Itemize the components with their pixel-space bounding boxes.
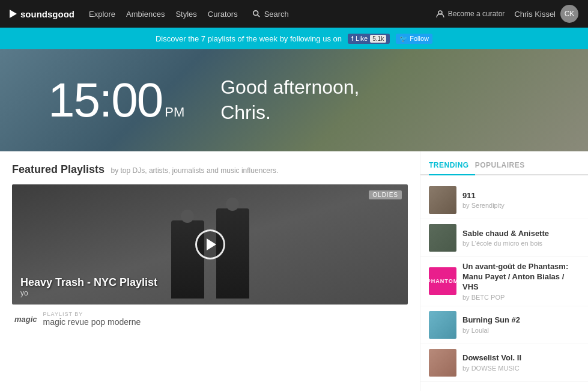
- search-icon: [252, 10, 261, 18]
- tw-icon: 🐦: [399, 35, 408, 42]
- oldies-badge: OLDIES: [369, 190, 402, 199]
- trending-title: Un avant-goût de Phantasm: Manu Payet / …: [462, 262, 580, 292]
- svg-line-1: [257, 15, 259, 17]
- navbar: soundsgood Explore Ambiences Styles Cura…: [0, 0, 588, 28]
- trending-title: Burning Sun #2: [462, 315, 580, 326]
- trending-thumb: [429, 311, 456, 339]
- trending-info: Un avant-goût de Phantasm: Manu Payet / …: [462, 262, 580, 301]
- trending-info: Burning Sun #2by Loulal: [462, 315, 580, 334]
- curator-brand-logo: magic: [14, 315, 37, 324]
- hero-greeting-wrapper: Good afternoon, Chris.: [220, 75, 359, 125]
- trending-info: Dowselist Vol. IIby DOWSE MUSIC: [462, 353, 580, 372]
- hero-greeting-line1: Good afternoon,: [220, 75, 359, 100]
- nav-styles[interactable]: Styles: [175, 10, 196, 19]
- logo-text: soundsgood: [20, 9, 74, 19]
- featured-caption: Heavy Trash - NYC Playlist yo: [20, 276, 157, 297]
- trending-item[interactable]: Burning Sun #2by Loulal: [420, 306, 588, 344]
- logo-play-icon: [10, 10, 17, 18]
- featured-playlist-title: Heavy Trash - NYC Playlist: [20, 276, 157, 289]
- trending-thumb: [429, 349, 456, 377]
- facebook-like-button[interactable]: f Like 5.1k: [348, 34, 390, 44]
- featured-title: Featured Playlists: [12, 163, 105, 175]
- trending-artist: by Serendipity: [462, 202, 580, 209]
- hero-greeting: Good afternoon, Chris.: [220, 75, 359, 125]
- twitter-follow-button[interactable]: 🐦 Follow: [396, 34, 432, 44]
- user-menu[interactable]: Chris Kissel CK: [514, 5, 578, 23]
- tab-populaires[interactable]: POPULAIRES: [475, 159, 531, 174]
- nav-curators[interactable]: Curators: [208, 10, 238, 19]
- trending-item[interactable]: PHANTOMUn avant-goût de Phantasm: Manu P…: [420, 257, 588, 306]
- become-curator-label: Become a curator: [448, 10, 505, 18]
- nav-ambiences[interactable]: Ambiences: [126, 10, 165, 19]
- playlist-by-row: magic PLAYLIST BY magic revue pop modern…: [12, 312, 408, 327]
- curator-icon: [436, 10, 444, 18]
- hero-time-wrapper: 15:00 PM: [48, 76, 184, 124]
- trending-item[interactable]: Dowselist Vol. IIby DOWSE MUSIC: [420, 344, 588, 382]
- promo-banner: Discover the 7 playlists of the week by …: [0, 28, 588, 49]
- featured-subtitle: by top DJs, artists, journalists and mus…: [111, 166, 279, 175]
- hero-time-suffix: PM: [165, 105, 184, 120]
- hero-greeting-line2: Chris.: [220, 100, 359, 126]
- playlist-by-label: PLAYLIST BY: [43, 312, 141, 317]
- tw-follow-label: Follow: [410, 35, 429, 42]
- banner-text: Discover the 7 playlists of the week by …: [156, 34, 342, 43]
- right-panel: TRENDING POPULAIRES 911by SerendipitySab…: [420, 151, 588, 391]
- become-curator-button[interactable]: Become a curator: [436, 10, 505, 18]
- featured-playlist-sub: yo: [20, 289, 157, 297]
- playlist-by-text: PLAYLIST BY magic revue pop moderne: [43, 312, 141, 327]
- trending-artist: by L'école du micro en bois: [462, 240, 580, 247]
- fb-like-label: Like: [356, 35, 368, 42]
- featured-header: Featured Playlists by top DJs, artists, …: [12, 163, 408, 176]
- nav-links: Explore Ambiences Styles Curators: [89, 8, 238, 19]
- trending-thumb: PHANTOM: [429, 267, 456, 295]
- curator-name: magic revue pop moderne: [43, 317, 141, 327]
- search-label: Search: [264, 10, 289, 19]
- fb-icon: f: [351, 35, 353, 42]
- hero-section: 15:00 PM Good afternoon, Chris.: [0, 49, 588, 151]
- figure-person-1: [171, 220, 204, 299]
- trending-artist: by BETC POP: [462, 294, 580, 301]
- trending-list: 911by SerendipitySable chaud & Anisetteb…: [420, 181, 588, 382]
- user-name: Chris Kissel: [514, 10, 556, 19]
- logo[interactable]: soundsgood: [10, 9, 74, 19]
- fb-count: 5.1k: [370, 35, 386, 43]
- nav-explore[interactable]: Explore: [89, 10, 115, 19]
- trending-info: 911by Serendipity: [462, 191, 580, 210]
- hero-time: 15:00: [48, 76, 162, 124]
- play-icon: [207, 238, 216, 250]
- trending-item[interactable]: Sable chaud & Anisetteby L'école du micr…: [420, 219, 588, 257]
- trending-title: Dowselist Vol. II: [462, 353, 580, 363]
- trending-thumb: [429, 224, 456, 252]
- trending-title: Sable chaud & Anisette: [462, 229, 580, 239]
- trending-item[interactable]: 911by Serendipity: [420, 181, 588, 219]
- avatar: CK: [560, 5, 578, 23]
- trending-info: Sable chaud & Anisetteby L'école du micr…: [462, 229, 580, 247]
- trending-thumb: [429, 186, 456, 214]
- tab-trending[interactable]: TRENDING: [429, 159, 475, 175]
- trending-artist: by DOWSE MUSIC: [462, 365, 580, 372]
- left-panel: Featured Playlists by top DJs, artists, …: [0, 151, 420, 391]
- nav-right: Become a curator Chris Kissel CK: [436, 5, 578, 23]
- trending-list-wrapper: 911by SerendipitySable chaud & Anisetteb…: [420, 181, 588, 391]
- search-button[interactable]: Search: [252, 10, 289, 19]
- featured-playlist-image[interactable]: OLDIES Heavy Trash - NYC Playlist yo: [12, 184, 408, 305]
- trending-tabs: TRENDING POPULAIRES: [420, 159, 588, 175]
- play-button[interactable]: [195, 229, 225, 259]
- trending-artist: by Loulal: [462, 327, 580, 334]
- svg-point-0: [253, 11, 258, 16]
- trending-title: 911: [462, 191, 580, 201]
- main-content: Featured Playlists by top DJs, artists, …: [0, 151, 588, 391]
